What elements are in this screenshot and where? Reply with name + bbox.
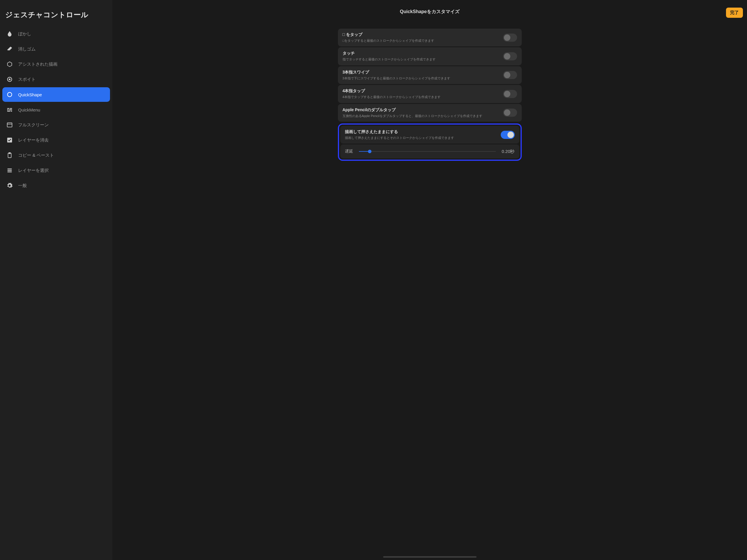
sidebar: ジェスチャコントロール ぼかし消しゴムアシストされた描画スポイトQuickSha… [0, 0, 112, 560]
stack-icon [6, 167, 13, 174]
setting-title: 3本指スワイプ [342, 70, 498, 75]
setting-text: タッチ指でタッチすると最後のストロークからシェイプを作成できます [342, 51, 498, 61]
setting-text: □ をタップ□をタップすると最後のストロークからシェイプを作成できます [342, 32, 498, 43]
setting-title: タッチ [342, 51, 498, 56]
setting-desc: 互換性のあるApple Pencilをダブルタップすると、最後のストロークからシ… [342, 114, 498, 118]
setting-row-4: Apple Pencilのダブルタップ互換性のあるApple Pencilをダブ… [338, 104, 522, 122]
setting-desc: 描画して押さえたままにするとそのストロークからシェイプを作成できます [345, 136, 496, 140]
page-title: QuickShapeをカスタマイズ [400, 9, 459, 15]
setting-title: 描画して押さえたままにする [345, 129, 496, 134]
setting-row-1: タッチ指でタッチすると最後のストロークからシェイプを作成できます [338, 47, 522, 65]
cube-icon [6, 61, 13, 68]
setting-desc: □をタップすると最後のストロークからシェイプを作成できます [342, 39, 498, 43]
svg-rect-16 [7, 172, 12, 173]
ring-icon [6, 91, 13, 98]
setting-text: 描画して押さえたままにする描画して押さえたままにするとそのストロークからシェイプ… [345, 129, 496, 140]
toggle-switch[interactable] [503, 108, 517, 117]
sidebar-item-QuickMenu[interactable]: QuickMenu [2, 102, 110, 117]
sidebar-title: ジェスチャコントロール [0, 6, 112, 26]
sidebar-item-コピー & ペースト[interactable]: コピー & ペースト [2, 148, 110, 162]
sidebar-item-label: QuickMenu [18, 107, 40, 112]
highlighted-setting-group: 描画して押さえたままにする描画して押さえたままにするとそのストロークからシェイプ… [338, 123, 522, 161]
toggle-switch[interactable] [503, 52, 517, 60]
svg-rect-5 [7, 109, 9, 110]
topbar: QuickShapeをカスタマイズ 完了 [112, 0, 747, 23]
svg-rect-15 [7, 170, 12, 171]
toggle-switch[interactable] [501, 131, 515, 139]
setting-row-2: 3本指スワイプ3本指で下にスワイプすると最後のストロークからシェイプを作成できま… [338, 66, 522, 84]
toggle-switch[interactable] [503, 33, 517, 42]
sidebar-item-label: スポイト [18, 77, 35, 82]
sidebar-item-label: フルスクリーン [18, 122, 49, 128]
clipboard-icon [6, 152, 13, 158]
blur-icon [6, 31, 13, 37]
window-icon [6, 122, 13, 128]
target-icon [6, 76, 13, 83]
toggle-switch[interactable] [503, 90, 517, 98]
toggle-switch[interactable] [503, 71, 517, 79]
sidebar-item-フルスクリーン[interactable]: フルスクリーン [2, 118, 110, 132]
setting-text: 3本指スワイプ3本指で下にスワイプすると最後のストロークからシェイプを作成できま… [342, 70, 498, 80]
sidebar-item-アシストされた描画[interactable]: アシストされた描画 [2, 57, 110, 72]
svg-rect-3 [7, 108, 9, 109]
svg-rect-8 [11, 111, 12, 112]
setting-title: 4本指タップ [342, 88, 498, 94]
sidebar-item-label: アシストされた描画 [18, 61, 57, 67]
setting-text: Apple Pencilのダブルタップ互換性のあるApple Pencilをダブ… [342, 107, 498, 118]
setting-title: □ をタップ [342, 32, 498, 37]
svg-rect-4 [10, 108, 12, 109]
done-button[interactable]: 完了 [726, 7, 743, 18]
sidebar-item-ぼかし[interactable]: ぼかし [2, 27, 110, 41]
checkbox-icon [6, 137, 13, 143]
svg-point-1 [9, 79, 10, 80]
sidebar-item-消しゴム[interactable]: 消しゴム [2, 42, 110, 56]
svg-point-2 [7, 93, 12, 97]
setting-title: Apple Pencilのダブルタップ [342, 107, 498, 113]
setting-row-3: 4本指タップ4本指でタップすると最後のストロークからシェイプを作成できます [338, 85, 522, 103]
gear-icon [6, 182, 13, 189]
delay-slider[interactable] [359, 149, 496, 154]
delay-value: 0.20秒 [501, 149, 514, 154]
sidebar-item-label: レイヤーを消去 [18, 137, 49, 143]
svg-rect-7 [7, 111, 10, 112]
menu-lines-icon [6, 106, 13, 113]
svg-rect-14 [7, 169, 12, 170]
svg-rect-9 [7, 123, 12, 127]
setting-row-draw-and-hold: 描画して押さえたままにする描画して押さえたままにするとそのストロークからシェイプ… [340, 126, 519, 144]
svg-rect-13 [9, 153, 10, 154]
sidebar-item-label: 消しゴム [18, 46, 35, 52]
delay-label: 遅延 [345, 149, 353, 154]
eraser-icon [6, 46, 13, 52]
main-panel: QuickShapeをカスタマイズ 完了 □ をタップ□をタップすると最後のスト… [112, 0, 747, 560]
sidebar-list: ぼかし消しゴムアシストされた描画スポイトQuickShapeQuickMenuフ… [0, 26, 112, 560]
sidebar-item-label: ぼかし [18, 31, 31, 37]
svg-rect-6 [9, 109, 12, 110]
sidebar-item-label: レイヤーを選択 [18, 168, 49, 173]
sidebar-item-label: コピー & ペースト [18, 153, 54, 158]
delay-slider-row: 遅延0.20秒 [340, 145, 519, 158]
setting-desc: 3本指で下にスワイプすると最後のストロークからシェイプを作成できます [342, 76, 498, 80]
sidebar-item-レイヤーを消去[interactable]: レイヤーを消去 [2, 133, 110, 147]
sidebar-item-一般[interactable]: 一般 [2, 178, 110, 193]
settings-list: □ をタップ□をタップすると最後のストロークからシェイプを作成できますタッチ指で… [338, 29, 522, 161]
home-indicator [383, 556, 476, 558]
setting-row-0: □ をタップ□をタップすると最後のストロークからシェイプを作成できます [338, 29, 522, 46]
sidebar-item-label: 一般 [18, 183, 27, 188]
setting-desc: 4本指でタップすると最後のストロークからシェイプを作成できます [342, 95, 498, 99]
sidebar-item-スポイト[interactable]: スポイト [2, 72, 110, 87]
sidebar-item-レイヤーを選択[interactable]: レイヤーを選択 [2, 163, 110, 178]
setting-desc: 指でタッチすると最後のストロークからシェイプを作成できます [342, 57, 498, 61]
content: □ をタップ□をタップすると最後のストロークからシェイプを作成できますタッチ指で… [112, 23, 747, 560]
sidebar-item-QuickShape[interactable]: QuickShape [2, 87, 110, 102]
setting-text: 4本指タップ4本指でタップすると最後のストロークからシェイプを作成できます [342, 88, 498, 99]
sidebar-item-label: QuickShape [18, 92, 42, 97]
